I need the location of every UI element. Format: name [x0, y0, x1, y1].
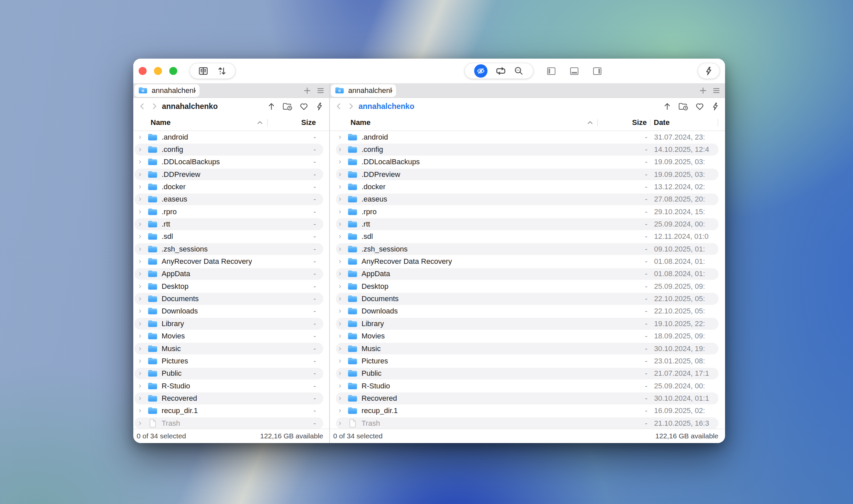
reader-columns-icon[interactable] — [198, 66, 208, 76]
back-icon[interactable] — [139, 102, 146, 111]
file-row[interactable]: Desktop - 25.09.2025, 09: — [330, 280, 725, 292]
disclosure-chevron-icon[interactable] — [138, 247, 142, 252]
lightning-icon[interactable] — [704, 66, 713, 76]
disclosure-chevron-icon[interactable] — [338, 271, 342, 276]
disclosure-chevron-icon[interactable] — [338, 134, 342, 140]
file-row[interactable]: Downloads - 22.10.2025, 05: — [330, 305, 725, 318]
file-row[interactable]: .DDLocalBackups - 19.09.2025, 03: — [330, 156, 725, 168]
disclosure-chevron-icon[interactable] — [138, 172, 142, 177]
file-row[interactable]: Library - — [133, 318, 329, 330]
file-row[interactable]: .rtt - 25.09.2024, 00: — [330, 218, 725, 230]
file-row[interactable]: Public - 21.07.2024, 17:1 — [330, 367, 725, 380]
file-row[interactable]: .easeus - 27.08.2025, 20: — [330, 193, 725, 205]
favorites-heart-icon[interactable] — [299, 102, 308, 111]
tab-list-icon[interactable] — [317, 87, 324, 95]
minimize-button[interactable] — [154, 67, 162, 75]
file-row[interactable]: .config - — [133, 143, 329, 156]
file-row[interactable]: .DDLocalBackups - — [133, 156, 329, 168]
disclosure-chevron-icon[interactable] — [338, 396, 342, 401]
panel-right-icon[interactable] — [592, 66, 602, 76]
file-row[interactable]: AppData - — [133, 268, 329, 280]
file-row[interactable]: Recovered - 30.10.2024, 01:1 — [330, 392, 725, 404]
file-row[interactable]: .zsh_sessions - 09.10.2025, 01: — [330, 243, 725, 255]
current-folder-title[interactable]: annahalchenko — [358, 102, 414, 111]
file-row[interactable]: Public - — [133, 367, 329, 380]
file-row[interactable]: .android - 31.07.2024, 23: — [330, 131, 725, 143]
go-up-icon[interactable] — [267, 102, 276, 111]
panel-bottom-icon[interactable] — [569, 66, 580, 76]
disclosure-chevron-icon[interactable] — [138, 408, 142, 413]
file-row[interactable]: Desktop - — [133, 280, 329, 292]
column-size[interactable]: Size — [598, 118, 650, 127]
column-date[interactable]: Date — [651, 118, 718, 127]
disclosure-chevron-icon[interactable] — [338, 421, 342, 426]
file-row[interactable]: AppData - 01.08.2024, 01: — [330, 268, 725, 280]
disclosure-chevron-icon[interactable] — [338, 383, 342, 389]
file-row[interactable]: Pictures - 23.01.2025, 08: — [330, 355, 725, 367]
disclosure-chevron-icon[interactable] — [138, 308, 142, 314]
file-row[interactable]: .zsh_sessions - — [133, 243, 329, 255]
disclosure-chevron-icon[interactable] — [138, 184, 142, 190]
file-row[interactable]: AnyRecover Data Recovery - 01.08.2024, 0… — [330, 255, 725, 268]
disclosure-chevron-icon[interactable] — [338, 184, 342, 190]
sort-order-icon[interactable] — [217, 66, 227, 76]
disclosure-chevron-icon[interactable] — [138, 321, 142, 326]
close-button[interactable] — [139, 67, 147, 75]
disclosure-chevron-icon[interactable] — [338, 296, 342, 302]
disclosure-chevron-icon[interactable] — [338, 197, 342, 202]
favorites-heart-icon[interactable] — [695, 102, 705, 111]
quick-actions-lightning-icon[interactable] — [315, 102, 324, 111]
file-row[interactable]: .easeus - — [133, 193, 329, 205]
forward-icon[interactable] — [150, 102, 158, 111]
column-size[interactable]: Size — [268, 118, 316, 127]
disclosure-chevron-icon[interactable] — [338, 159, 342, 165]
file-row[interactable]: .docker - — [133, 181, 329, 193]
disclosure-chevron-icon[interactable] — [138, 134, 142, 140]
go-up-icon[interactable] — [663, 102, 672, 111]
file-row[interactable]: R-Studio - — [133, 380, 329, 392]
file-row[interactable]: Music - 30.10.2024, 19: — [330, 342, 725, 355]
file-row[interactable]: .sdl - 12.11.2024, 01:0 — [330, 231, 725, 243]
file-row[interactable]: .rpro - 29.10.2024, 15: — [330, 205, 725, 218]
current-folder-title[interactable]: annahalchenko — [162, 102, 218, 111]
disclosure-chevron-icon[interactable] — [338, 334, 342, 339]
disclosure-chevron-icon[interactable] — [138, 296, 142, 302]
disclosure-chevron-icon[interactable] — [338, 358, 342, 364]
file-row[interactable]: Trash - — [133, 417, 329, 429]
tab-annahalchenko[interactable]: annahalchenko — [331, 84, 396, 97]
disclosure-chevron-icon[interactable] — [338, 284, 342, 289]
disclosure-chevron-icon[interactable] — [138, 221, 142, 227]
file-row[interactable]: .sdl - — [133, 231, 329, 243]
file-row[interactable]: recup_dir.1 - — [133, 405, 329, 417]
file-row[interactable]: .docker - 13.12.2024, 02: — [330, 181, 725, 193]
hidden-files-toggle[interactable] — [474, 64, 487, 78]
disclosure-chevron-icon[interactable] — [138, 396, 142, 401]
file-row[interactable]: Movies - — [133, 330, 329, 342]
disclosure-chevron-icon[interactable] — [338, 221, 342, 227]
disclosure-chevron-icon[interactable] — [338, 209, 342, 215]
zoom-button[interactable] — [169, 67, 177, 75]
forward-icon[interactable] — [347, 102, 355, 111]
panel-left-icon[interactable] — [546, 66, 556, 76]
quick-actions-lightning-icon[interactable] — [711, 102, 720, 111]
disclosure-chevron-icon[interactable] — [138, 259, 142, 264]
file-row[interactable]: Downloads - — [133, 305, 329, 318]
file-row[interactable]: .android - — [133, 131, 329, 143]
file-row[interactable]: .rtt - — [133, 218, 329, 230]
disclosure-chevron-icon[interactable] — [338, 321, 342, 326]
disclosure-chevron-icon[interactable] — [138, 346, 142, 352]
new-tab-plus-icon[interactable] — [303, 87, 311, 95]
file-row[interactable]: .DDPreview - — [133, 168, 329, 181]
file-row[interactable]: Trash - 21.10.2025, 16:3 — [330, 417, 725, 429]
disclosure-chevron-icon[interactable] — [138, 421, 142, 426]
disclosure-chevron-icon[interactable] — [138, 383, 142, 389]
disclosure-chevron-icon[interactable] — [138, 147, 142, 152]
disclosure-chevron-icon[interactable] — [338, 172, 342, 177]
disclosure-chevron-icon[interactable] — [138, 284, 142, 289]
disclosure-chevron-icon[interactable] — [338, 308, 342, 314]
file-row[interactable]: Pictures - — [133, 355, 329, 367]
disclosure-chevron-icon[interactable] — [138, 334, 142, 339]
disclosure-chevron-icon[interactable] — [338, 346, 342, 352]
column-name[interactable]: Name — [330, 118, 587, 127]
disclosure-chevron-icon[interactable] — [138, 358, 142, 364]
